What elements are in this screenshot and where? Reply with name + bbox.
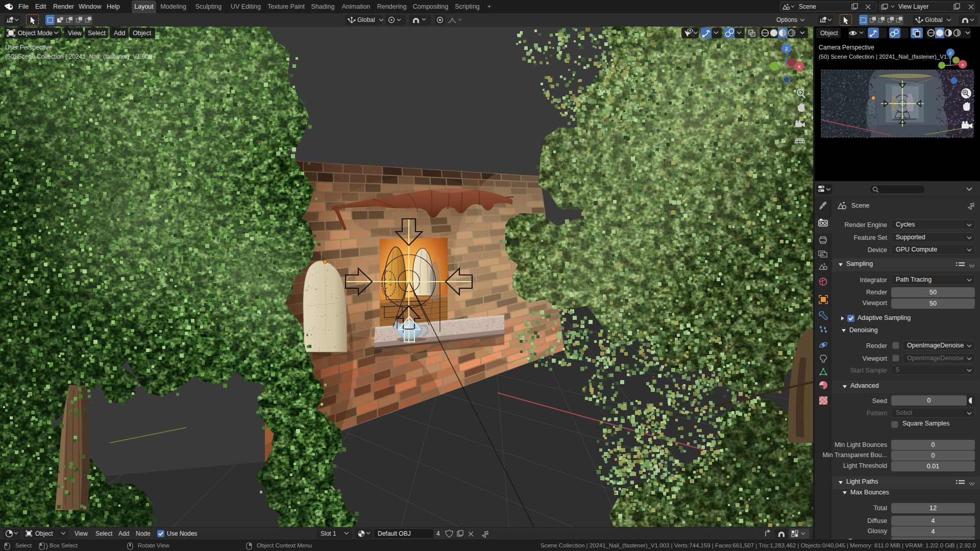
svg-text:(50) Scene Collection | 20241_: (50) Scene Collection | 20241_Nail_(fast… (819, 54, 952, 60)
svg-text:Object: Object (820, 30, 838, 37)
svg-text:Z: Z (949, 51, 952, 56)
svg-text:Camera Perspective: Camera Perspective (819, 44, 874, 51)
svg-text:User Perspective: User Perspective (5, 44, 52, 51)
svg-text:Z: Z (785, 46, 788, 52)
svg-text:Object Mode: Object Mode (18, 30, 53, 37)
svg-text:Add: Add (114, 30, 125, 37)
svg-text:X: X (961, 63, 964, 67)
svg-text:Select: Select (88, 30, 106, 37)
svg-text:Object: Object (133, 30, 152, 37)
svg-text:X: X (798, 64, 801, 69)
svg-text:(50) Scene Collection | 20241_: (50) Scene Collection | 20241_Nail_(fast… (5, 53, 152, 60)
svg-text:View: View (68, 30, 82, 37)
